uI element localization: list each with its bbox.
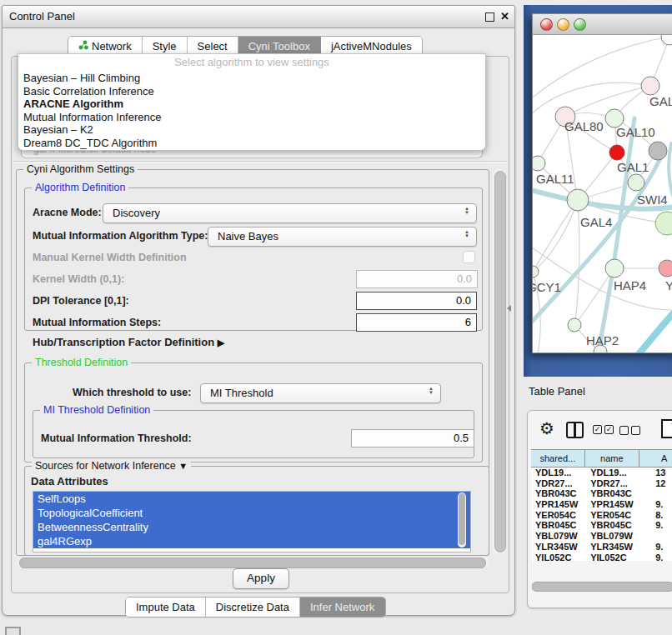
mi-threshold-label: Mutual Information Threshold: xyxy=(41,432,192,444)
node-label-gal: GAL xyxy=(649,94,672,108)
group-title: MI Threshold Definition xyxy=(40,404,153,416)
column-header[interactable]: shared... xyxy=(531,450,585,467)
tab-discretize-data[interactable]: Discretize Data xyxy=(206,598,300,617)
attribute-item-topologicalcoefficient[interactable]: TopologicalCoefficient xyxy=(33,506,470,520)
bottom-tabbar: Impute DataDiscretize DataInfer Network xyxy=(125,597,386,618)
attribute-item-gal4rgexp[interactable]: gal4RGexp xyxy=(33,534,470,548)
table-row[interactable]: YBL079WYBL079W xyxy=(531,531,672,542)
table-header[interactable]: shared... name A xyxy=(531,449,672,468)
attribute-item-betweennesscentrality[interactable]: BetweennessCentrality xyxy=(33,520,470,534)
mi-steps-input[interactable]: 6 xyxy=(356,313,477,332)
node-label-gcy1: GCY1 xyxy=(533,280,561,294)
spinner-arrows-icon: ▲▼ xyxy=(429,387,434,395)
column-header[interactable]: A xyxy=(639,450,672,467)
attributes-scrollbar[interactable] xyxy=(458,492,466,548)
select-all-checkboxes-icon[interactable]: ✓✓ xyxy=(593,425,614,434)
minimize-traffic-light-icon[interactable] xyxy=(557,18,569,31)
gear-icon[interactable]: ⚙ xyxy=(539,420,554,437)
file-icon[interactable] xyxy=(661,419,672,438)
kernel-width-input[interactable]: 0.0 xyxy=(356,270,478,288)
scrollbar-thumb[interactable] xyxy=(19,558,486,568)
settings-vertical-scrollbar[interactable] xyxy=(493,169,506,554)
network-graph[interactable]: GALGAL80GAL10GAL1GAL11SWI4GAL4GCY1HAP4YH… xyxy=(533,35,672,352)
algorithm-option-basic-correlation-inference[interactable]: Basic Correlation Inference xyxy=(23,85,485,98)
node-unlabeled[interactable] xyxy=(661,35,672,45)
group-title: Algorithm Definition xyxy=(32,182,128,193)
table-horizontal-scrollbar[interactable] xyxy=(531,581,672,591)
table-panel-title: Table Panel xyxy=(529,385,585,398)
table-row[interactable]: YDR27...YDR27...12 xyxy=(531,478,672,489)
network-canvas[interactable]: GALGAL80GAL10GAL1GAL11SWI4GAL4GCY1HAP4YH… xyxy=(533,35,672,352)
float-window-icon[interactable] xyxy=(485,12,494,22)
network-view-window[interactable]: GALGAL80GAL10GAL1GAL11SWI4GAL4GCY1HAP4YH… xyxy=(532,13,672,353)
node-attribute-table: shared... name A YDL19...YDL19...13YDR27… xyxy=(531,449,672,561)
node-gal4[interactable] xyxy=(567,189,589,211)
table-row[interactable]: YBR043CYBR043C xyxy=(531,488,672,499)
manual-kernel-label: Manual Kernel Width Definition xyxy=(33,252,187,263)
table-row[interactable]: YDL19...YDL19...13 xyxy=(531,468,672,478)
apply-button[interactable]: Apply xyxy=(233,568,289,589)
algorithm-option-aracne-algorithm[interactable]: ARACNE Algorithm xyxy=(23,98,485,111)
minimized-panel-icon[interactable] xyxy=(5,627,21,635)
table-body: YDL19...YDL19...13YDR27...YDR27...12YBR0… xyxy=(531,468,672,561)
close-icon[interactable]: ✕ xyxy=(500,9,509,24)
close-traffic-light-icon[interactable] xyxy=(540,18,553,31)
algorithm-dropdown-list: Select algorithm to view settings Bayesi… xyxy=(18,53,486,151)
column-header[interactable]: name xyxy=(585,450,640,467)
mi-type-label: Mutual Information Algorithm Type: xyxy=(33,230,208,242)
algorithm-option-bayesian-hill-climbing[interactable]: Bayesian – Hill Climbing xyxy=(23,72,485,85)
algorithm-option-bayesian-k2[interactable]: Bayesian – K2 xyxy=(23,123,485,137)
aracne-mode-combo[interactable]: Discovery ▲▼ xyxy=(103,203,477,223)
node-label-gal1: GAL1 xyxy=(617,160,649,174)
spinner-arrows-icon: ▲▼ xyxy=(464,207,469,215)
divider xyxy=(13,161,506,162)
collapse-down-icon[interactable]: ▼ xyxy=(178,461,188,471)
panel-splitter-handle[interactable] xyxy=(507,305,511,312)
algorithm-option-dream8-dc-tdc-algorithm[interactable]: Dream8 DC_TDC Algorithm xyxy=(23,137,485,150)
attribute-item-selfloops[interactable]: SelfLoops xyxy=(33,492,470,506)
table-row[interactable]: YLR345WYLR345W9. xyxy=(531,542,672,552)
node-hap4[interactable] xyxy=(605,259,624,278)
which-threshold-combo[interactable]: MI Threshold ▲▼ xyxy=(200,383,441,403)
mi-threshold-input[interactable]: 0.5 xyxy=(351,429,474,448)
expand-right-icon[interactable]: ▶ xyxy=(218,338,224,348)
node-unlabeled[interactable] xyxy=(649,142,667,160)
scrollbar-thumb[interactable] xyxy=(532,582,672,592)
algorithm-option-mutual-information-inference[interactable]: Mutual Information Inference xyxy=(23,111,485,124)
dpi-tolerance-label: DPI Tolerance [0,1]: xyxy=(33,295,129,307)
node-unlabeled[interactable] xyxy=(609,145,624,160)
columns-icon[interactable] xyxy=(566,422,584,438)
hub-definition-toggle[interactable]: Hub/Transcription Factor Definition ▶ xyxy=(33,336,224,348)
node-label-swi4: SWI4 xyxy=(637,192,668,207)
table-row[interactable]: YPR145WYPR145W9. xyxy=(531,499,672,510)
node-gal1[interactable] xyxy=(628,174,644,191)
network-desktop: GALGAL80GAL10GAL1GAL11SWI4GAL4GCY1HAP4YH… xyxy=(524,5,672,377)
table-panel: ⚙ ✓✓ shared... name A YDL19...YDL19...13… xyxy=(527,410,672,608)
mi-type-combo[interactable]: Naive Bayes ▲▼ xyxy=(208,227,477,247)
manual-kernel-checkbox[interactable] xyxy=(463,251,475,263)
dpi-tolerance-input[interactable]: 0.0 xyxy=(356,292,477,310)
group-title: Sources for Network Inference ▼ xyxy=(32,460,191,472)
data-attributes-label: Data Attributes xyxy=(31,475,108,488)
control-panel-titlebar: Control Panel ✕ xyxy=(3,6,514,28)
network-window-titlebar[interactable] xyxy=(533,14,672,35)
scrollbar-thumb[interactable] xyxy=(494,171,506,552)
tab-impute-data[interactable]: Impute Data xyxy=(126,598,206,617)
node-gal[interactable] xyxy=(641,77,659,95)
node-y[interactable] xyxy=(659,260,672,277)
data-attributes-list: SelfLoopsTopologicalCoefficientBetweenne… xyxy=(33,491,471,552)
table-row[interactable]: YIL052CYIL052C9. xyxy=(531,552,672,562)
settings-horizontal-scrollbar[interactable] xyxy=(18,557,489,568)
scrollbar-thumb[interactable] xyxy=(459,493,465,545)
group-title: Threshold Definition xyxy=(32,357,131,368)
zoom-traffic-light-icon[interactable] xyxy=(574,18,586,31)
tab-infer-network[interactable]: Infer Network xyxy=(300,598,385,617)
node-gal11[interactable] xyxy=(533,156,545,171)
node-hap2[interactable] xyxy=(568,318,581,332)
table-row[interactable]: YBR045CYBR045C9. xyxy=(531,520,672,531)
table-row[interactable]: YER054CYER054C8. xyxy=(531,510,672,521)
algorithm-dropdown-placeholder: Select algorithm to view settings xyxy=(18,54,485,71)
node-label-gal4: GAL4 xyxy=(580,215,612,229)
node-unlabeled[interactable] xyxy=(655,212,672,235)
deselect-all-checkboxes-icon[interactable] xyxy=(619,426,640,435)
